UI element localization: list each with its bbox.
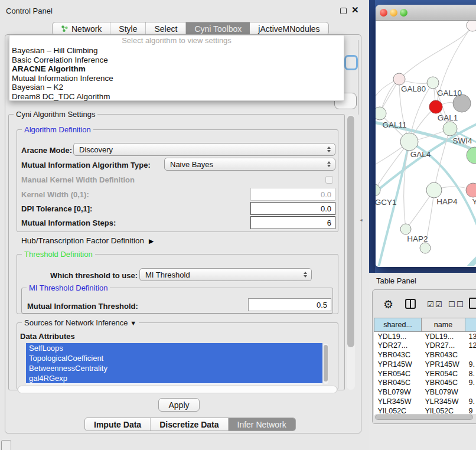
which-threshold-label: Which threshold to use: [50, 271, 138, 280]
algorithm-option[interactable]: Mutual Information Inference [9, 74, 344, 83]
network-canvas[interactable]: GAL80GAL10GAL1GAL11SWI4GAL4GCY1HAP4YHAP2 [376, 21, 476, 266]
float-panel-icon[interactable] [340, 8, 347, 14]
network-view-window[interactable]: GAL80GAL10GAL1GAL11SWI4GAL4GCY1HAP4YHAP2 [376, 5, 476, 267]
algorithm-option[interactable]: Basic Correlation Inference [9, 56, 344, 65]
table-row[interactable]: YBR043CYBR043C [374, 350, 476, 360]
node-label: GAL80 [401, 84, 426, 93]
apply-button[interactable]: Apply [158, 398, 200, 412]
network-node[interactable] [429, 100, 442, 113]
close-panel-icon[interactable]: ✕ [351, 5, 359, 15]
table-row[interactable]: YBL079WYBL079W [374, 387, 476, 397]
network-node[interactable] [420, 243, 431, 253]
dpi-tolerance-label: DPI Tolerance [0,1]: [21, 204, 92, 213]
which-threshold-combo[interactable]: MI Threshold [139, 268, 312, 281]
select-all-checked-icon[interactable]: ☑ [435, 300, 442, 309]
table-cell: YER054C [422, 369, 465, 379]
node-label: GAL11 [382, 120, 406, 129]
network-node[interactable] [376, 107, 386, 120]
node-label: HAP4 [436, 197, 458, 206]
mi-steps-input[interactable] [250, 216, 335, 229]
aracne-mode-combo[interactable]: Discovery [73, 143, 335, 156]
table-cell: YBL079W [374, 387, 422, 397]
deselect-all-icon[interactable]: ☐ [448, 300, 455, 309]
tab-infer-network[interactable]: Infer Network [229, 418, 295, 431]
gear-icon[interactable]: ⚙ [383, 298, 393, 311]
tab-impute-data[interactable]: Impute Data [85, 418, 151, 431]
table-row[interactable]: YBR045CYBR045C9. [374, 378, 476, 387]
table-column-header[interactable]: shared... [374, 318, 422, 332]
network-node[interactable] [400, 133, 418, 151]
table-cell: 9. [465, 397, 476, 406]
export-table-icon[interactable] [469, 298, 476, 309]
network-node[interactable] [426, 182, 442, 198]
deselect-all-icon[interactable]: ☐ [457, 300, 464, 309]
node-label: GAL1 [438, 113, 458, 122]
tab-style[interactable]: Style [110, 22, 146, 35]
desktop-edge-shadow [369, 0, 375, 273]
table-row[interactable]: YDR27...YDR27...12 [374, 341, 476, 350]
tab-jactivemnodules[interactable]: jActiveMNodules [250, 22, 328, 35]
split-columns-icon[interactable] [405, 299, 416, 309]
mi-threshold-input[interactable] [248, 298, 331, 311]
kernel-width-input[interactable] [250, 188, 335, 201]
hub-factor-expander[interactable]: Hub/Transcription Factor Definition▶ [21, 236, 154, 245]
attribute-list-item[interactable]: gal4RGexp [26, 373, 322, 383]
tab-cyni-toolbox[interactable]: Cyni Toolbox [186, 22, 250, 35]
control-panel-tabstrip: Network Style Select Cyni Toolbox jActiv… [52, 22, 329, 35]
attribute-list-item[interactable]: SelfLoops [26, 343, 322, 353]
network-node[interactable] [443, 122, 457, 136]
attribute-list-scrollbar[interactable] [323, 344, 328, 384]
settings-scrollbar[interactable] [347, 115, 355, 390]
panel-grid-icon[interactable] [1, 440, 11, 450]
network-node[interactable] [376, 184, 380, 196]
select-all-checked-icon[interactable]: ☑ [427, 300, 434, 309]
table-row[interactable]: YLR345WYLR345W9. [374, 397, 476, 406]
network-node[interactable] [467, 21, 476, 31]
network-node[interactable] [427, 77, 439, 89]
table-row[interactable]: YDL19...YDL19...13 [374, 332, 476, 341]
aracne-mode-label: Aracne Mode: [21, 146, 72, 155]
table-cell: YLR345W [422, 397, 465, 406]
tab-select[interactable]: Select [146, 22, 186, 35]
algorithm-option[interactable]: Dream8 DC_TDC Algorithm [9, 92, 344, 102]
table-column-header[interactable]: name [422, 318, 465, 332]
table-cell: YDR27... [374, 341, 422, 350]
close-window-icon[interactable] [380, 9, 387, 17]
tab-network[interactable]: Network [53, 22, 110, 35]
collapse-down-icon[interactable]: ▼ [130, 319, 136, 327]
node-label: GCY1 [376, 198, 396, 207]
network-window-titlebar[interactable] [376, 5, 476, 21]
minimize-window-icon[interactable] [390, 9, 397, 17]
tab-discretize-data[interactable]: Discretize Data [151, 418, 228, 431]
cytoscape-desktop: GAL80GAL10GAL1GAL11SWI4GAL4GCY1HAP4YHAP2… [369, 0, 476, 450]
dpi-tolerance-input[interactable] [250, 202, 335, 215]
network-node[interactable] [393, 73, 405, 85]
splitter-collapse-icon[interactable]: ◄ [359, 218, 363, 222]
data-attributes-list[interactable]: SelfLoopsTopologicalCoefficientBetweenne… [26, 343, 322, 384]
network-node[interactable] [467, 147, 476, 164]
attribute-list-hscrollbar[interactable] [18, 386, 337, 393]
settings-group-title: Cyni Algorithm Settings [14, 110, 97, 119]
attribute-list-item[interactable]: TopologicalCoefficient [26, 353, 322, 363]
table-cell: YDL19... [422, 332, 465, 341]
tab-network-label: Network [71, 24, 102, 34]
table-row[interactable]: YER054CYER054C8. [374, 369, 476, 379]
algorithm-option[interactable]: ARACNE Algorithm [9, 64, 344, 74]
combo-spinner-icon [327, 158, 331, 170]
mi-steps-label: Mutual Information Steps: [21, 219, 116, 227]
zoom-window-icon[interactable] [400, 9, 407, 17]
algorithm-option[interactable]: Bayesian – K2 [9, 83, 344, 92]
table-hscrollbar[interactable] [374, 414, 476, 420]
mi-type-combo[interactable]: Naive Bayes [164, 158, 335, 171]
table-column-header[interactable] [465, 318, 476, 332]
table-row[interactable]: YPR145WYPR145W9. [374, 360, 476, 369]
kernel-width-label: Kernel Width (0,1): [21, 190, 89, 199]
algorithm-combo-focus-ring[interactable] [344, 55, 358, 70]
network-node[interactable] [400, 224, 411, 234]
algorithm-options-list: Bayesian – Hill ClimbingBasic Correlatio… [9, 46, 344, 102]
attribute-list-item[interactable]: BetweennessCentrality [26, 363, 322, 373]
manual-kernel-checkbox[interactable] [325, 176, 333, 184]
network-node[interactable] [466, 183, 476, 197]
control-panel-title: Control Panel [6, 6, 53, 15]
algorithm-option[interactable]: Bayesian – Hill Climbing [9, 46, 344, 56]
